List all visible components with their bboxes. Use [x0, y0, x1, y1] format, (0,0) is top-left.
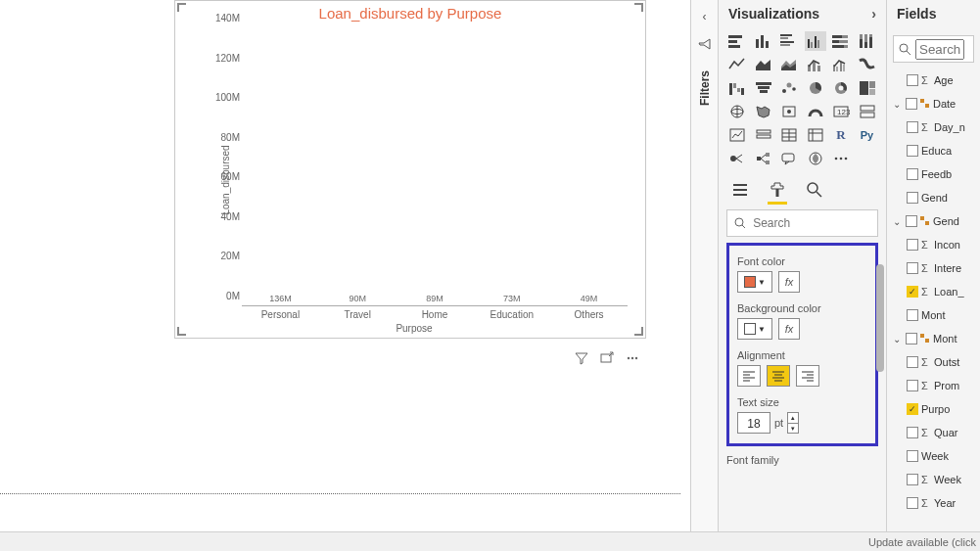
treemap-chart-icon[interactable]	[857, 78, 878, 98]
field-table-row[interactable]: ⌄Gend	[889, 209, 980, 233]
align-left-button[interactable]	[737, 365, 761, 387]
field-row[interactable]: ΣProm	[889, 374, 980, 397]
filters-pane-collapsed[interactable]: ‹ Filters	[690, 0, 718, 551]
field-row[interactable]: Purpo	[889, 397, 980, 421]
align-center-button[interactable]	[767, 365, 790, 387]
field-table-row[interactable]: ⌄Date	[889, 92, 980, 115]
stacked-bar-chart-icon[interactable]	[726, 31, 748, 51]
chevron-down-icon[interactable]: ⌄	[893, 99, 903, 110]
align-right-button[interactable]	[796, 365, 819, 387]
field-row[interactable]: ΣIntere	[889, 256, 980, 280]
funnel-chart-icon[interactable]	[753, 78, 774, 98]
viz-pane-scrollbar-thumb[interactable]	[876, 264, 884, 372]
map-icon[interactable]	[726, 102, 748, 121]
field-row[interactable]: Gend	[889, 186, 980, 209]
gauge-chart-icon[interactable]	[805, 102, 826, 121]
stacked-area-chart-icon[interactable]	[778, 55, 800, 74]
resize-handle-br[interactable]	[633, 326, 643, 336]
field-row[interactable]: Mont	[889, 303, 980, 327]
key-influencers-icon[interactable]	[726, 149, 748, 168]
clustered-column-chart-icon[interactable]	[805, 31, 826, 51]
field-checkbox[interactable]	[907, 192, 918, 204]
arcgis-map-icon[interactable]	[805, 149, 826, 168]
field-checkbox[interactable]	[907, 262, 918, 274]
field-checkbox[interactable]	[906, 215, 917, 227]
text-size-stepper[interactable]: ▴▾	[787, 412, 799, 434]
area-chart-icon[interactable]	[753, 55, 774, 74]
field-checkbox[interactable]	[907, 239, 918, 251]
qa-visual-icon[interactable]	[778, 149, 800, 168]
card-icon[interactable]: 123	[830, 102, 852, 121]
field-checkbox[interactable]	[906, 98, 917, 110]
field-row[interactable]: Educa	[889, 139, 980, 162]
field-row[interactable]: ΣOutst	[889, 350, 980, 374]
resize-handle-tr[interactable]	[633, 3, 643, 13]
field-row[interactable]: Feedb	[889, 162, 980, 186]
slicer-icon[interactable]	[753, 125, 774, 145]
filled-map-icon[interactable]	[753, 102, 774, 121]
stepper-down[interactable]: ▾	[788, 424, 798, 434]
resize-handle-tl[interactable]	[177, 3, 187, 13]
table-icon[interactable]	[778, 125, 800, 145]
field-checkbox[interactable]	[907, 121, 918, 133]
stacked-column-chart-icon[interactable]	[753, 31, 774, 51]
field-checkbox[interactable]	[907, 356, 918, 368]
field-checkbox[interactable]	[907, 168, 918, 180]
field-checkbox[interactable]	[907, 380, 918, 391]
background-color-fx-button[interactable]: fx	[778, 318, 800, 340]
hundred-stacked-column-icon[interactable]	[857, 31, 878, 51]
field-checkbox[interactable]	[906, 333, 917, 344]
matrix-icon[interactable]	[805, 125, 826, 145]
field-row[interactable]: ΣDay_n	[889, 115, 980, 139]
chevron-down-icon[interactable]: ⌄	[893, 334, 903, 344]
stepper-up[interactable]: ▴	[788, 413, 798, 424]
field-checkbox[interactable]	[907, 474, 918, 485]
kpi-icon[interactable]	[726, 125, 748, 145]
line-clustered-column-icon[interactable]	[830, 55, 852, 74]
field-row[interactable]: Week	[889, 444, 980, 468]
field-row[interactable]: ΣQuar	[889, 421, 980, 444]
field-row[interactable]: ΣIncon	[889, 233, 980, 256]
clustered-bar-chart-icon[interactable]	[778, 31, 800, 51]
chevron-down-icon[interactable]: ⌄	[893, 216, 903, 227]
resize-handle-bl[interactable]	[177, 326, 187, 336]
collapse-viz-pane-icon[interactable]: ›	[871, 6, 876, 22]
pie-chart-icon[interactable]	[805, 78, 826, 98]
more-options-icon[interactable]	[625, 350, 640, 366]
more-visuals-icon[interactable]	[830, 149, 852, 168]
format-tab-icon[interactable]	[768, 178, 787, 202]
fields-tab-icon[interactable]	[730, 178, 750, 202]
fields-search-input[interactable]	[915, 39, 964, 60]
format-search-input[interactable]	[751, 215, 871, 231]
field-row[interactable]: ΣYear	[889, 491, 980, 515]
python-visual-icon[interactable]: Py	[857, 125, 878, 145]
update-available-link[interactable]: Update available (click	[868, 536, 976, 548]
background-color-picker[interactable]: ▼	[737, 318, 772, 340]
line-chart-icon[interactable]	[726, 55, 748, 74]
filter-icon[interactable]	[574, 350, 589, 366]
format-search-box[interactable]	[726, 209, 878, 237]
hundred-stacked-bar-icon[interactable]	[830, 31, 852, 51]
shape-map-icon[interactable]	[778, 102, 800, 121]
field-checkbox[interactable]	[907, 74, 918, 86]
field-checkbox[interactable]	[907, 497, 918, 509]
field-checkbox[interactable]	[907, 309, 918, 321]
multi-row-card-icon[interactable]	[857, 102, 878, 121]
field-checkbox[interactable]	[907, 403, 918, 415]
text-size-input[interactable]: 18	[737, 412, 770, 434]
field-checkbox[interactable]	[907, 145, 918, 157]
field-row[interactable]: ΣWeek	[889, 468, 980, 491]
fields-search-box[interactable]	[893, 35, 974, 63]
field-checkbox[interactable]	[907, 427, 918, 438]
font-color-picker[interactable]: ▼	[737, 271, 772, 293]
field-checkbox[interactable]	[907, 286, 918, 298]
donut-chart-icon[interactable]	[830, 78, 852, 98]
field-table-row[interactable]: ⌄Mont	[889, 327, 980, 350]
decomposition-tree-icon[interactable]	[753, 149, 774, 168]
ribbon-chart-icon[interactable]	[857, 55, 878, 74]
chart-visual[interactable]: Loan_disbursed by Purpose Loan_disbursed…	[174, 0, 646, 339]
field-row[interactable]: ΣLoan_	[889, 280, 980, 303]
r-script-visual-icon[interactable]: R	[830, 125, 852, 145]
focus-mode-icon[interactable]	[599, 350, 615, 366]
scatter-chart-icon[interactable]	[778, 78, 800, 98]
